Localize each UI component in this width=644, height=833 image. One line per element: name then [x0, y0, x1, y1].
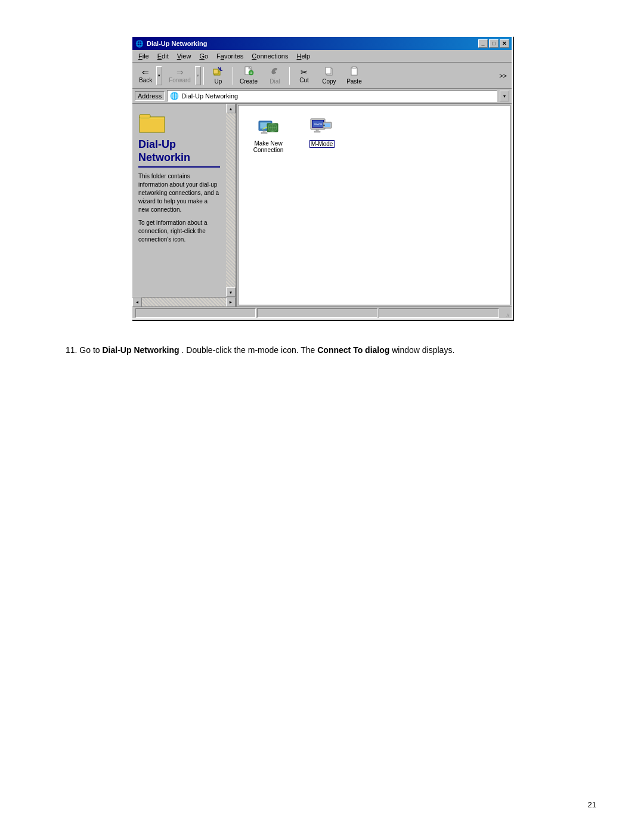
menu-edit[interactable]: Edit [154, 51, 172, 61]
paste-button[interactable]: Paste [342, 64, 366, 86]
menu-view[interactable]: View [174, 51, 195, 61]
menu-connections[interactable]: Connections [248, 51, 292, 61]
forward-dropdown[interactable]: ▾ [195, 66, 201, 85]
folder-icon [138, 110, 167, 134]
forward-label: Forward [169, 77, 191, 83]
up-button[interactable]: Up [206, 64, 230, 86]
paste-label: Paste [346, 78, 362, 85]
toolbar: ⇐ Back ▾ ⇒ Forward ▾ [132, 63, 512, 89]
svg-rect-10 [351, 68, 357, 75]
dial-label: Dial [270, 78, 280, 85]
forward-button[interactable]: ⇒ Forward [165, 66, 195, 85]
m-mode-img: www [310, 114, 334, 138]
hscroll-track [142, 298, 226, 306]
menu-help[interactable]: Help [293, 51, 314, 61]
make-new-connection-label: Make NewConnection [253, 140, 284, 153]
instruction-text1: Go to [79, 345, 102, 355]
left-panel-hscrollbar: ◄ ► [132, 297, 236, 306]
toolbar-separator-2 [233, 67, 233, 85]
svg-rect-32 [324, 123, 330, 127]
address-label: Address [135, 91, 165, 101]
make-new-connection-img [256, 114, 280, 138]
toolbar-separator-1 [203, 67, 204, 85]
svg-rect-1 [213, 69, 218, 74]
panel-desc-1: This folder contains information about y… [138, 172, 220, 214]
address-text: Dial-Up Networking [181, 92, 238, 100]
back-dropdown[interactable]: ▾ [156, 66, 162, 85]
create-button[interactable]: + Create [236, 64, 262, 86]
toolbar-separator-3 [289, 67, 290, 85]
address-value[interactable]: 🌐 Dial-Up Networking [167, 90, 497, 102]
status-section-1 [135, 308, 256, 318]
hscroll-right-button[interactable]: ► [226, 298, 236, 307]
scroll-track [226, 113, 236, 287]
left-panel-inner: Dial-Up Networkin This folder contains i… [138, 110, 230, 244]
menu-go[interactable]: Go [196, 51, 212, 61]
toolbar-overflow[interactable]: >> [497, 71, 509, 80]
menu-file[interactable]: File [135, 51, 153, 61]
instruction-text: 11. Go to Dial-Up Networking . Double-cl… [48, 343, 596, 357]
make-new-connection-icon[interactable]: Make NewConnection [247, 114, 289, 153]
create-label: Create [240, 78, 258, 85]
copy-label: Copy [322, 78, 336, 85]
window-body: Dial-Up Networkin This folder contains i… [132, 104, 512, 306]
hscroll-left-button[interactable]: ◄ [132, 298, 142, 307]
title-bar-left: 🌐 Dial-Up Networking [135, 39, 207, 48]
create-icon: + [243, 66, 254, 78]
status-resize-handle: // [500, 308, 509, 318]
svg-rect-11 [352, 67, 356, 68]
m-mode-icon[interactable]: www M-Mode [301, 114, 343, 153]
close-button[interactable]: ✕ [500, 39, 509, 48]
back-button[interactable]: ⇐ Back [135, 66, 156, 85]
svg-rect-18 [261, 132, 267, 134]
panel-desc-2: To get information about a connection, r… [138, 219, 220, 244]
up-label: Up [215, 78, 222, 85]
svg-rect-29 [316, 129, 318, 131]
status-bar: // [132, 306, 512, 318]
dial-button[interactable]: Dial [263, 64, 287, 86]
svg-rect-14 [140, 117, 164, 119]
dialup-networking-window: 🌐 Dial-Up Networking _ □ ✕ File Edit Vie… [131, 36, 513, 320]
instruction-text2: . Double-click the m-mode icon. The [182, 345, 318, 355]
content-area: Make NewConnection www [238, 105, 510, 305]
up-icon [213, 66, 224, 78]
content-icons: Make NewConnection www [244, 112, 504, 156]
page-number: 21 [588, 800, 596, 809]
cut-label: Cut [299, 77, 309, 83]
status-section-3 [379, 308, 499, 318]
dial-icon [270, 66, 280, 78]
svg-rect-8 [326, 67, 331, 74]
minimize-button[interactable]: _ [478, 39, 488, 48]
menu-bar: File Edit View Go Favorites Connections … [132, 50, 512, 63]
scroll-down-button[interactable]: ▼ [226, 287, 236, 297]
svg-text:+: + [250, 71, 252, 75]
panel-title: Dial-Up Networkin [138, 138, 220, 168]
scroll-up-button[interactable]: ▲ [226, 104, 236, 113]
svg-rect-12 [140, 117, 165, 132]
svg-text:www: www [314, 122, 323, 126]
window-title: Dial-Up Networking [147, 40, 207, 47]
address-bar: Address 🌐 Dial-Up Networking ▾ [132, 89, 512, 104]
address-dropdown-button[interactable]: ▾ [500, 91, 509, 101]
cut-icon: ✂ [301, 68, 308, 76]
left-panel-vscrollbar: ▲ ▼ [226, 104, 236, 297]
m-mode-label: M-Mode [309, 140, 335, 148]
instruction-number: 11. [66, 345, 77, 355]
back-label: Back [139, 77, 152, 83]
paste-icon [349, 66, 360, 78]
menu-favorites[interactable]: Favorites [213, 51, 247, 61]
copy-icon [324, 66, 335, 78]
instruction-text3: window displays. [392, 345, 454, 355]
maximize-button[interactable]: □ [489, 39, 499, 48]
window-icon: 🌐 [135, 39, 144, 48]
forward-icon: ⇒ [177, 68, 184, 76]
title-bar: 🌐 Dial-Up Networking _ □ ✕ [132, 37, 512, 50]
svg-rect-30 [314, 131, 320, 132]
back-icon: ⇐ [142, 68, 149, 76]
status-section-2 [257, 308, 377, 318]
instruction-bold2: Connect To dialog [317, 345, 389, 355]
instruction-bold1: Dial-Up Networking [103, 345, 179, 355]
copy-button[interactable]: Copy [317, 64, 341, 86]
cut-button[interactable]: ✂ Cut [292, 66, 316, 85]
title-bar-controls: _ □ ✕ [478, 39, 509, 48]
